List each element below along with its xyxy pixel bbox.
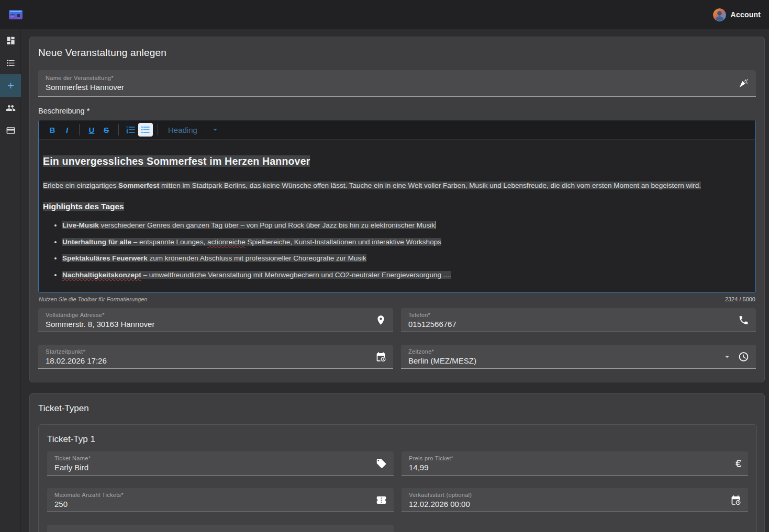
ticket-type-1-card: Ticket-Typ 1 Ticket Name* Early Bird Pre… — [38, 424, 757, 532]
toolbar-divider — [79, 124, 80, 135]
sidebar-item-billing[interactable] — [0, 119, 21, 142]
toolbar-divider — [158, 124, 158, 135]
event-name-label: Name der Veranstaltung* — [46, 75, 731, 81]
start-datetime-value: 18.02.2026 17:26 — [46, 356, 368, 365]
list-item: Unterhaltung für alle – entspannte Loung… — [62, 238, 751, 246]
ticket-price-field[interactable]: Preis pro Ticket* 14,99 € — [402, 451, 748, 476]
event-form-card: Neue Veranstaltung anlegen Name der Vera… — [29, 37, 765, 382]
underline-button[interactable]: U — [84, 123, 99, 137]
ordered-list-icon — [126, 124, 136, 135]
address-label: Vollständige Adresse* — [46, 312, 368, 318]
avatar — [713, 8, 726, 21]
address-field[interactable]: Vollständige Adresse* Sommerstr. 8, 3016… — [38, 308, 393, 332]
app-window: Account Neue Veranstaltung anlegen Name … — [0, 0, 769, 532]
topbar: Account — [0, 0, 769, 29]
phone-value: 01512566767 — [408, 320, 731, 329]
clock-icon — [738, 351, 749, 362]
editor-content[interactable]: Ein unvergessliches Sommerfest im Herzen… — [39, 140, 755, 279]
event-name-value: Sommerfest Hannover — [46, 83, 731, 92]
ticket-price-label: Preis pro Ticket* — [409, 455, 723, 461]
sidebar-item-attendees[interactable] — [0, 97, 21, 119]
char-counter: 2324 / 5000 — [725, 296, 755, 302]
ticket-price-value: 14,99 — [409, 463, 723, 472]
chevron-down-icon — [211, 126, 219, 134]
page-title: Neue Veranstaltung anlegen — [38, 47, 756, 59]
ticket-max-field[interactable]: Maximale Anzahl Tickets* 250 — [47, 488, 394, 512]
editor-hint-row: Nutzen Sie die Toolbar für Formatierunge… — [39, 296, 755, 302]
plus-icon — [6, 81, 16, 90]
editor-toolbar: B I U S Heading — [39, 120, 755, 140]
calendar-clock-icon[interactable] — [375, 351, 386, 362]
timezone-label: Zeitzone* — [408, 348, 731, 355]
editor-subheading: Highlights des Tages — [43, 202, 751, 211]
ticket-section-title: Ticket-Typen — [38, 403, 756, 414]
dashboard-icon — [6, 36, 16, 46]
timezone-field[interactable]: Zeitzone* Berlin (MEZ/MESZ) — [401, 345, 756, 369]
credit-card-icon — [6, 126, 16, 135]
bullet-list-icon — [140, 124, 151, 135]
ticket-name-label: Ticket Name* — [54, 455, 369, 461]
heading-select-label: Heading — [168, 126, 197, 134]
editor-heading: Ein unvergessliches Sommerfest im Herzen… — [43, 155, 751, 167]
rich-text-editor: B I U S Heading Ein unvergess — [38, 120, 756, 293]
ticket-types-card: Ticket-Typen Ticket-Typ 1 Ticket Name* E… — [29, 393, 765, 532]
toolbar-divider — [118, 124, 119, 135]
sidebar-item-add-event[interactable] — [0, 74, 21, 97]
list-item: Spektakuläres Feuerwerk zum krönenden Ab… — [62, 254, 751, 262]
editor-bullet-list: Live-Musik verschiedener Genres den ganz… — [43, 221, 751, 279]
party-popper-icon — [738, 78, 749, 89]
list-icon — [6, 58, 16, 68]
description-label: Beschreibung * — [38, 107, 756, 115]
bullet-list-button[interactable] — [138, 123, 153, 137]
dropdown-arrow-icon[interactable] — [722, 352, 732, 361]
sale-start-label: Verkaufsstart (optional) — [409, 492, 723, 498]
account-button[interactable]: Account — [713, 8, 761, 21]
tag-icon — [376, 458, 387, 469]
location-pin-icon — [375, 314, 386, 325]
strikethrough-button[interactable]: S — [99, 123, 114, 137]
ticket-icon — [376, 494, 387, 505]
sale-end-field[interactable]: Verkaufsende (optional) — [47, 525, 394, 532]
phone-field[interactable]: Telefon* 01512566767 — [401, 308, 756, 332]
bold-button[interactable]: B — [45, 123, 60, 137]
ticket-name-field[interactable]: Ticket Name* Early Bird — [47, 451, 394, 476]
italic-button[interactable]: I — [60, 123, 74, 137]
sale-start-field[interactable]: Verkaufsstart (optional) 12.02.2026 00:0… — [402, 488, 748, 512]
list-item: Live-Musik verschiedener Genres den ganz… — [62, 221, 751, 229]
phone-label: Telefon* — [408, 312, 731, 318]
sidebar — [0, 29, 21, 532]
ticket-max-value: 250 — [54, 500, 369, 508]
sidebar-item-event-list[interactable] — [0, 52, 21, 74]
heading-select[interactable]: Heading — [168, 126, 219, 134]
euro-icon: € — [735, 458, 741, 469]
start-datetime-field[interactable]: Startzeitpunkt* 18.02.2026 17:26 — [38, 345, 393, 369]
editor-paragraph: Erlebe ein einzigartiges Sommerfest mitt… — [43, 182, 751, 189]
ticket-name-value: Early Bird — [54, 463, 369, 472]
account-label: Account — [731, 10, 761, 19]
app-logo-icon[interactable] — [8, 9, 23, 20]
sidebar-item-dashboard[interactable] — [0, 29, 21, 52]
list-item: Nachhaltigkeitskonzept – umweltfreundlic… — [62, 271, 751, 279]
timezone-value: Berlin (MEZ/MESZ) — [408, 356, 731, 365]
text-cursor — [436, 221, 437, 229]
format-hint: Nutzen Sie die Toolbar für Formatierunge… — [39, 296, 148, 302]
calendar-clock-icon[interactable] — [730, 494, 741, 505]
address-value: Sommerstr. 8, 30163 Hannover — [46, 320, 368, 329]
event-name-field[interactable]: Name der Veranstaltung* Sommerfest Hanno… — [38, 70, 756, 97]
ordered-list-button[interactable] — [124, 123, 138, 137]
start-datetime-label: Startzeitpunkt* — [46, 348, 368, 355]
ticket-type-title: Ticket-Typ 1 — [47, 434, 748, 445]
people-icon — [6, 103, 16, 113]
ticket-max-label: Maximale Anzahl Tickets* — [54, 492, 369, 498]
sale-start-value: 12.02.2026 00:00 — [409, 500, 723, 508]
phone-icon — [738, 314, 749, 325]
